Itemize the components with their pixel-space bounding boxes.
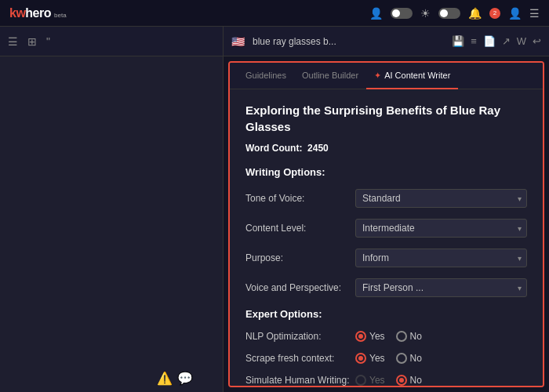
voice-select[interactable]: First Person ... Second Person Third Per… [355,278,527,297]
simulate-no-radio[interactable] [396,375,407,386]
sidebar-toolbar: ☰ ⊞ " [0,27,223,56]
ai-icon: ✦ [374,71,381,81]
sidebar-content [0,56,223,392]
tab-guidelines-label: Guidelines [245,71,286,80]
main-layout: ☰ ⊞ " 🇺🇸 blue ray glasses b... 💾 ≡ 📄 ↗ W… [0,27,549,392]
menu-icon[interactable]: ☰ [529,7,540,20]
logo: kwhero beta [9,6,67,20]
simulate-yes-option[interactable]: Yes [355,375,385,386]
simulate-row: Simulate Human Writing: Yes No [245,375,527,386]
content-level-row: Content Level: Beginner Intermediate Adv… [245,219,527,238]
file-icon[interactable]: 📄 [483,35,496,47]
second-toggle[interactable] [438,8,460,19]
content-level-select[interactable]: Beginner Intermediate Advanced [355,219,527,238]
quote-icon[interactable]: " [46,35,50,48]
simulate-yes-label: Yes [369,375,385,386]
word-count: Word Count: 2450 [245,143,527,154]
word-count-value: 2450 [307,143,329,154]
logo-beta: beta [54,12,67,19]
topbar-icons: 👤 ☀ 🔔 2 👤 ☰ [369,7,540,20]
purpose-select[interactable]: Inform Persuade Entertain Inspire [355,249,527,267]
nlp-yes-radio[interactable] [355,331,366,342]
theme-toggle[interactable] [391,8,413,19]
tone-label: Tone of Voice: [245,193,355,204]
right-topbar: 🇺🇸 blue ray glasses b... 💾 ≡ 📄 ↗ W ↩ [224,27,549,56]
purpose-select-wrap: Inform Persuade Entertain Inspire [355,249,527,267]
doc-title: blue ray glasses b... [253,36,444,47]
voice-select-wrap: First Person ... Second Person Third Per… [355,278,527,297]
scrape-row: Scrape fresh context: Yes No [245,353,527,364]
simulate-yes-radio[interactable] [355,375,366,386]
right-panel: 🇺🇸 blue ray glasses b... 💾 ≡ 📄 ↗ W ↩ Gui… [224,27,549,392]
scrape-yes-option[interactable]: Yes [355,353,385,364]
sun-icon: ☀ [420,7,431,20]
purpose-row: Purpose: Inform Persuade Entertain Inspi… [245,249,527,267]
simulate-label: Simulate Human Writing: [245,375,355,386]
topbar: kwhero beta 👤 ☀ 🔔 2 👤 ☰ [0,0,549,27]
scrape-no-radio[interactable] [396,353,407,364]
voice-label: Voice and Perspective: [245,282,355,293]
list2-icon[interactable]: ≡ [471,35,477,47]
wordpress-icon[interactable]: W [517,35,526,47]
content-level-label: Content Level: [245,223,355,234]
save-icon[interactable]: 💾 [452,35,464,47]
tab-ai-label: AI Content Writer [384,71,450,80]
tone-select[interactable]: Standard Formal Casual Friendly [355,189,527,208]
nlp-no-option[interactable]: No [396,331,422,342]
scrape-radio-group: Yes No [355,353,422,364]
right-topbar-icons: 💾 ≡ 📄 ↗ W ↩ [452,35,541,47]
tab-outline-label: Outline Builder [302,71,358,80]
simulate-radio-group: Yes No [355,375,422,386]
scrape-label: Scrape fresh context: [245,353,355,364]
panel-body: Exploring the Surprising Benefits of Blu… [230,89,543,387]
panel-tabs: Guidelines Outline Builder ✦ AI Content … [230,63,543,89]
voice-perspective-row: Voice and Perspective: First Person ... … [245,278,527,297]
nlp-radio-group: Yes No [355,331,422,342]
avatar-icon[interactable]: 👤 [508,7,522,20]
scrape-no-option[interactable]: No [396,353,422,364]
tab-outline-builder[interactable]: Outline Builder [294,63,366,89]
logo-text: kwhero [9,6,51,20]
share-icon[interactable]: ↗ [502,35,511,47]
writing-options-title: Writing Options: [245,166,527,178]
scrape-no-label: No [410,353,422,364]
tab-guidelines[interactable]: Guidelines [238,63,294,89]
warning-icon[interactable]: ⚠️ [157,371,173,386]
purpose-label: Purpose: [245,252,355,263]
article-title: Exploring the Surprising Benefits of Blu… [245,102,527,135]
nlp-no-label: No [410,331,422,342]
align-left-icon[interactable]: ☰ [8,35,18,48]
tone-of-voice-row: Tone of Voice: Standard Formal Casual Fr… [245,189,527,208]
nlp-no-radio[interactable] [396,331,407,342]
simulate-no-label: No [410,375,422,386]
flag-icon: 🇺🇸 [231,35,245,48]
person-icon[interactable]: 👤 [369,7,383,20]
nlp-yes-label: Yes [369,331,385,342]
tab-ai-content-writer[interactable]: ✦ AI Content Writer [366,63,458,89]
nlp-label: NLP Optimization: [245,331,355,342]
expert-options-title: Expert Options: [245,308,527,320]
tone-select-wrap: Standard Formal Casual Friendly [355,189,527,208]
nlp-row: NLP Optimization: Yes No [245,331,527,342]
scrape-yes-label: Yes [369,353,385,364]
left-sidebar: ☰ ⊞ " [0,27,224,392]
simulate-no-option[interactable]: No [396,375,422,386]
content-level-select-wrap: Beginner Intermediate Advanced [355,219,527,238]
nlp-yes-option[interactable]: Yes [355,331,385,342]
bell-icon[interactable]: 🔔 [468,7,482,20]
notification-badge: 2 [489,8,500,19]
ai-content-panel: Guidelines Outline Builder ✦ AI Content … [228,61,544,387]
list-icon[interactable]: ⊞ [27,35,37,48]
chat-icon[interactable]: 💬 [177,371,193,386]
scrape-yes-radio[interactable] [355,353,366,364]
arrow-icon[interactable]: ↩ [533,35,541,47]
bottom-icons: ⚠️ 💬 [157,371,193,386]
word-count-label: Word Count: [245,143,302,154]
